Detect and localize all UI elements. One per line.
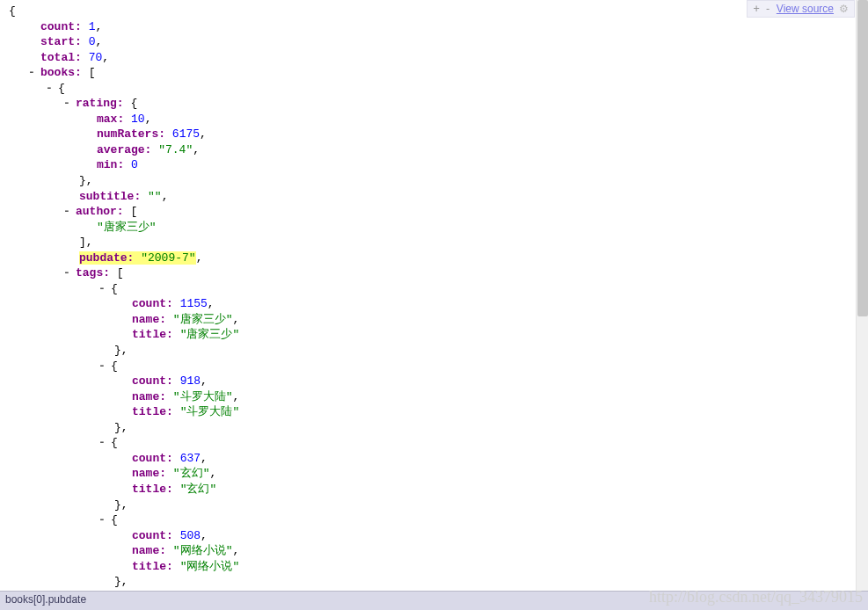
key-rating[interactable]: rating bbox=[76, 97, 117, 110]
key-count[interactable]: count bbox=[40, 20, 75, 33]
value-rating-numraters: 6175 bbox=[172, 127, 200, 141]
json-path: books[0].pubdate bbox=[5, 593, 86, 606]
value-author-0: "唐家三少" bbox=[97, 221, 157, 234]
key-tag-name[interactable]: name bbox=[132, 313, 159, 326]
key-tag-count[interactable]: count bbox=[132, 297, 166, 310]
value-rating-min: 0 bbox=[131, 158, 138, 171]
key-start[interactable]: start bbox=[40, 35, 75, 48]
key-rating-average[interactable]: average bbox=[97, 143, 145, 156]
collapse-toggle[interactable]: - bbox=[44, 81, 55, 97]
collapse-toggle[interactable]: - bbox=[62, 96, 72, 112]
key-tag-title[interactable]: title bbox=[132, 328, 166, 341]
value-rating-average: "7.4" bbox=[158, 143, 193, 156]
collapse-toggle[interactable]: - bbox=[62, 265, 72, 281]
collapse-toggle[interactable]: - bbox=[97, 435, 107, 451]
key-pubdate[interactable]: pubdate bbox=[79, 251, 128, 265]
key-rating-max[interactable]: max bbox=[97, 113, 117, 126]
json-viewer: { count: 1, start: 0, total: 70, -books:… bbox=[0, 0, 855, 591]
key-subtitle[interactable]: subtitle bbox=[79, 190, 134, 203]
collapse-toggle[interactable]: - bbox=[97, 359, 107, 374]
value-subtitle: "" bbox=[148, 190, 162, 203]
key-books[interactable]: books bbox=[40, 66, 75, 79]
key-total[interactable]: total bbox=[40, 51, 75, 64]
key-rating-numraters[interactable]: numRaters bbox=[97, 127, 158, 141]
vertical-scrollbar[interactable] bbox=[856, 0, 868, 591]
value-pubdate: "2009-7" bbox=[141, 251, 195, 265]
key-tags[interactable]: tags bbox=[76, 266, 103, 280]
collapse-toggle[interactable]: - bbox=[62, 204, 72, 220]
collapse-toggle[interactable]: - bbox=[26, 65, 37, 81]
value-rating-max: 10 bbox=[131, 113, 145, 126]
value-total: 70 bbox=[89, 51, 103, 64]
collapse-toggle[interactable]: - bbox=[97, 281, 107, 297]
collapse-toggle[interactable]: - bbox=[97, 512, 107, 528]
scroll-thumb[interactable] bbox=[857, 0, 868, 316]
status-bar: books[0].pubdate bbox=[0, 591, 868, 610]
json-tree: { count: 1, start: 0, total: 70, -books:… bbox=[9, 4, 855, 591]
key-rating-min[interactable]: min bbox=[97, 158, 117, 171]
key-author[interactable]: author bbox=[76, 205, 117, 218]
